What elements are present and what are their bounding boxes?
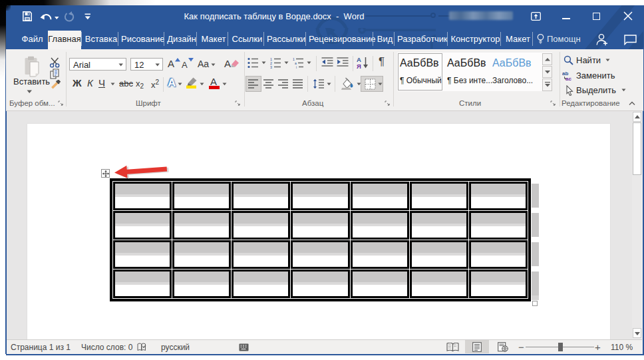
- svg-text:Я: Я: [357, 63, 361, 69]
- svg-text:i: i: [296, 65, 297, 69]
- svg-text:А: А: [357, 56, 361, 63]
- svg-text:3: 3: [270, 65, 272, 69]
- svg-text:2: 2: [270, 61, 272, 65]
- svg-text:ac: ac: [565, 76, 571, 81]
